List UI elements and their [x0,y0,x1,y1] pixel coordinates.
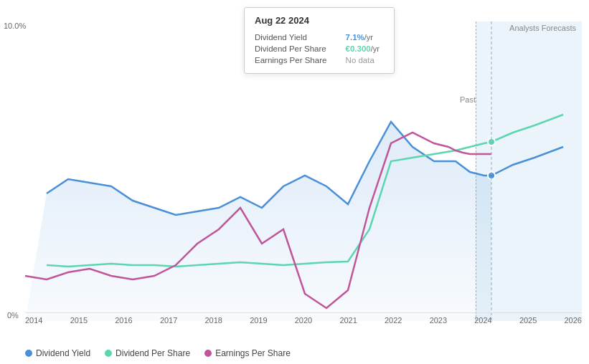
legend-item-yield: Dividend Yield [25,348,90,358]
tooltip-row-dividend: Dividend Per Share €0.300/yr [255,43,384,54]
x-tick-2024: 2024 [474,313,491,325]
legend-dot-per-share [105,350,112,357]
tooltip-label-earnings: Earnings Per Share [255,54,346,66]
x-tick-2026: 2026 [565,313,582,325]
blue-area [25,122,491,321]
legend-item-earnings: Earnings Per Share [204,348,291,358]
x-tick-2019: 2019 [250,313,267,325]
tooltip-value-earnings: No data [346,54,384,66]
tooltip-label-dividend: Dividend Per Share [255,43,346,54]
y-label-0-percent: 0% [7,311,19,320]
chart-container: 10.0% 0% Analysts Forecasts Past 2014 20… [0,0,589,364]
x-tick-2016: 2016 [115,313,132,325]
x-tick-2020: 2020 [295,313,312,325]
legend: Dividend Yield Dividend Per Share Earnin… [25,348,291,358]
legend-dot-earnings [204,350,212,357]
x-tick-2017: 2017 [160,313,177,325]
tooltip-row-yield: Dividend Yield 7.1%/yr [255,32,384,43]
legend-label-earnings: Earnings Per Share [215,348,291,358]
legend-label-per-share: Dividend Per Share [116,348,190,358]
tooltip-date: Aug 22 2024 [255,15,384,26]
legend-item-per-share: Dividend Per Share [105,348,190,358]
x-tick-2023: 2023 [430,313,447,325]
x-tick-2015: 2015 [70,313,88,325]
tooltip-table: Dividend Yield 7.1%/yr Dividend Per Shar… [255,32,384,66]
x-tick-2014: 2014 [25,313,42,325]
tooltip-label-yield: Dividend Yield [255,32,346,43]
x-axis: 2014 2015 2016 2017 2018 2019 2020 2021 … [25,312,582,325]
x-tick-2021: 2021 [339,313,357,325]
x-tick-2025: 2025 [519,313,537,325]
y-label-10-percent: 10.0% [4,21,26,30]
tooltip: Aug 22 2024 Dividend Yield 7.1%/yr Divid… [244,7,395,74]
x-tick-2022: 2022 [385,313,402,325]
legend-label-yield: Dividend Yield [36,348,90,358]
x-tick-2018: 2018 [205,313,222,325]
tooltip-value-dividend: €0.300/yr [346,43,384,54]
tooltip-row-earnings: Earnings Per Share No data [255,54,384,66]
tooltip-value-yield: 7.1%/yr [346,32,384,43]
legend-dot-yield [25,350,32,357]
